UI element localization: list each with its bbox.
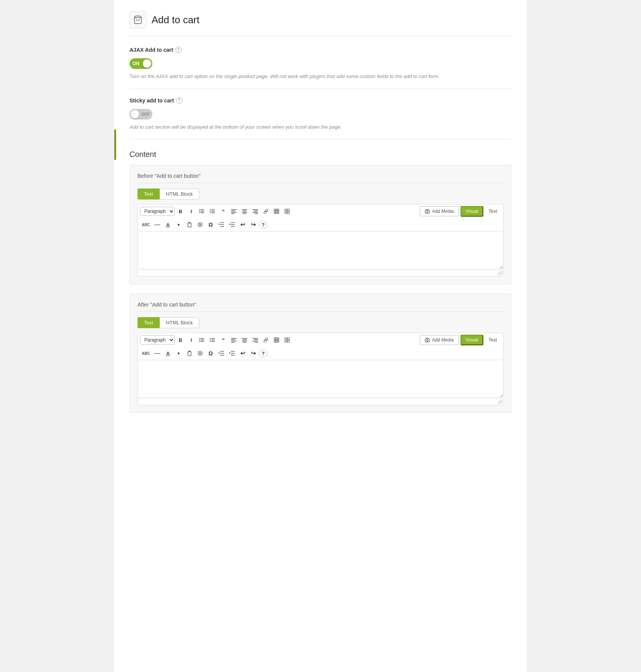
svg-text:3: 3	[210, 340, 211, 342]
before-blockquote-btn[interactable]: "	[218, 206, 228, 216]
svg-rect-13	[231, 209, 237, 210]
after-editor-footer	[137, 399, 504, 405]
before-tab-text[interactable]: Text	[137, 188, 160, 200]
svg-rect-31	[288, 209, 289, 211]
after-indent-btn[interactable]	[227, 348, 237, 358]
svg-rect-61	[231, 342, 234, 343]
svg-rect-43	[231, 224, 235, 225]
before-text-color-dropdown-btn[interactable]: ▼	[174, 220, 184, 230]
svg-point-51	[199, 341, 200, 342]
before-visual-btn[interactable]: Visual	[460, 206, 483, 217]
svg-rect-23	[253, 212, 258, 213]
after-align-left-btn[interactable]	[229, 335, 239, 345]
after-ol-btn[interactable]: 123	[208, 335, 217, 345]
before-add-media-btn[interactable]: Add Media	[420, 206, 459, 216]
after-help-btn[interactable]: ?	[259, 349, 267, 358]
after-blockquote-btn[interactable]: "	[218, 335, 228, 345]
after-text-color-dropdown-btn[interactable]: ▼	[174, 348, 184, 358]
svg-rect-68	[253, 341, 258, 342]
after-outdent-btn[interactable]	[216, 348, 226, 358]
before-help-btn[interactable]: ?	[259, 220, 267, 229]
before-clear-btn[interactable]	[195, 220, 205, 230]
after-text-btn[interactable]: Text	[485, 335, 501, 345]
svg-rect-20	[243, 214, 246, 214]
before-abc-btn[interactable]: ABC	[140, 220, 152, 230]
before-bold-btn[interactable]: B	[176, 206, 185, 216]
after-toolbar-right: Add Media Visual Text	[420, 335, 501, 345]
before-indent-btn[interactable]	[227, 220, 237, 230]
after-align-right-btn[interactable]	[250, 335, 260, 345]
ajax-toggle[interactable]: ON	[129, 58, 152, 69]
svg-rect-83	[220, 351, 224, 352]
sticky-toggle[interactable]: OFF	[129, 109, 152, 120]
after-visual-btn[interactable]: Visual	[460, 335, 483, 345]
after-grid-btn[interactable]	[282, 335, 292, 345]
after-tab-text[interactable]: Text	[137, 317, 160, 328]
svg-rect-16	[231, 214, 234, 214]
before-align-right-btn[interactable]	[250, 206, 260, 216]
before-undo-btn[interactable]: ↩	[238, 220, 248, 230]
svg-rect-60	[231, 341, 237, 342]
before-block-title: Before "Add to cart button"	[137, 173, 504, 183]
before-paragraph-select[interactable]: Paragraph	[140, 207, 175, 216]
sticky-toggle-wrap: OFF	[129, 109, 512, 120]
after-redo-btn[interactable]: ↪	[248, 348, 258, 358]
svg-rect-9	[211, 212, 215, 213]
after-link-btn[interactable]	[261, 335, 271, 345]
svg-rect-85	[220, 355, 224, 356]
before-ol-btn[interactable]: 123	[208, 206, 217, 216]
svg-rect-46	[201, 338, 204, 339]
after-toolbar-row2: ABC — A ▼ Ω ↩ ↪ ?	[137, 347, 504, 360]
after-abc-btn[interactable]: ABC	[140, 348, 152, 358]
after-text-color-btn[interactable]: A	[163, 348, 173, 358]
after-omega-btn[interactable]: Ω	[206, 348, 216, 358]
after-italic-btn[interactable]: I	[186, 335, 196, 345]
before-link-btn[interactable]	[261, 206, 271, 216]
after-hr-btn[interactable]: —	[152, 348, 162, 358]
after-resize-handle[interactable]	[498, 399, 502, 404]
svg-rect-47	[201, 340, 204, 340]
after-ul-btn[interactable]	[197, 335, 207, 345]
before-text-color-btn[interactable]: A	[163, 220, 173, 230]
svg-rect-24	[255, 214, 258, 214]
svg-rect-81	[188, 352, 191, 356]
after-add-media-btn[interactable]: Add Media	[420, 335, 459, 345]
before-paste-btn[interactable]	[184, 220, 194, 230]
svg-point-80	[427, 340, 428, 341]
svg-marker-86	[219, 352, 220, 354]
after-editor-textarea[interactable]	[137, 360, 504, 398]
svg-point-49	[199, 338, 200, 339]
ajax-setting-row: AJAX Add to cart ? ON Turn on the AJAX a…	[129, 47, 512, 80]
sticky-description: Add to cart section will be displayed at…	[129, 123, 512, 131]
before-italic-btn[interactable]: I	[186, 206, 196, 216]
after-undo-btn[interactable]: ↩	[238, 348, 248, 358]
before-tab-html[interactable]: HTML Block	[160, 188, 199, 200]
svg-rect-67	[254, 340, 258, 340]
before-hr-btn[interactable]: —	[152, 220, 162, 230]
after-clear-btn[interactable]	[195, 348, 205, 358]
after-tab-html[interactable]: HTML Block	[160, 317, 199, 328]
ajax-help-icon[interactable]: ?	[176, 47, 182, 53]
after-paste-btn[interactable]	[184, 348, 194, 358]
before-omega-btn[interactable]: Ω	[206, 220, 216, 230]
before-text-btn[interactable]: Text	[485, 207, 501, 216]
after-align-center-btn[interactable]	[240, 335, 249, 345]
sticky-help-icon[interactable]: ?	[176, 97, 182, 104]
after-bold-btn[interactable]: B	[176, 335, 185, 345]
before-table-btn[interactable]	[272, 206, 281, 216]
after-paragraph-select[interactable]: Paragraph	[140, 335, 175, 345]
after-tab-row: Text HTML Block	[137, 317, 504, 328]
svg-marker-41	[219, 223, 220, 225]
before-editor-textarea[interactable]	[137, 231, 504, 269]
before-outdent-btn[interactable]	[216, 220, 226, 230]
before-ul-btn[interactable]	[197, 206, 207, 216]
before-resize-handle[interactable]	[498, 271, 502, 275]
after-table-btn[interactable]	[272, 335, 281, 345]
before-align-left-btn[interactable]	[229, 206, 239, 216]
before-align-center-btn[interactable]	[240, 206, 249, 216]
before-redo-btn[interactable]: ↪	[248, 220, 258, 230]
page-header: Add to cart	[129, 11, 512, 36]
svg-rect-64	[242, 341, 247, 342]
svg-rect-2	[201, 211, 204, 212]
before-grid-btn[interactable]	[282, 206, 292, 216]
